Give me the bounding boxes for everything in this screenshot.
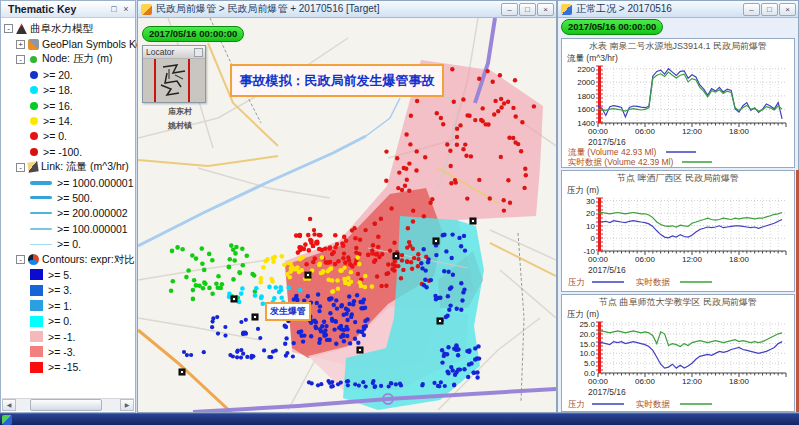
- network-node[interactable]: [502, 208, 506, 212]
- network-node[interactable]: [341, 334, 345, 338]
- network-node[interactable]: [232, 258, 237, 263]
- network-node[interactable]: [455, 127, 459, 131]
- network-node[interactable]: [373, 385, 377, 389]
- network-node[interactable]: [461, 97, 465, 101]
- network-node[interactable]: [214, 281, 219, 286]
- taskbar-app-icon[interactable]: [2, 415, 12, 425]
- network-node[interactable]: [400, 253, 404, 257]
- network-node[interactable]: [284, 354, 288, 358]
- network-node[interactable]: [493, 99, 497, 103]
- network-node[interactable]: [327, 297, 331, 301]
- network-node[interactable]: [448, 303, 452, 307]
- network-node[interactable]: [363, 306, 367, 310]
- locator-thumbnail[interactable]: [143, 59, 205, 102]
- network-node[interactable]: [492, 112, 496, 116]
- network-node[interactable]: [283, 324, 287, 328]
- network-node[interactable]: [318, 327, 322, 331]
- network-node[interactable]: [346, 308, 350, 312]
- network-node[interactable]: [370, 284, 375, 289]
- network-node[interactable]: [415, 99, 419, 103]
- network-node[interactable]: [234, 245, 239, 250]
- network-node[interactable]: [422, 283, 426, 287]
- network-node[interactable]: [293, 266, 298, 271]
- network-node[interactable]: [464, 154, 468, 158]
- minimize-button[interactable]: –: [743, 3, 760, 16]
- network-node[interactable]: [423, 155, 427, 159]
- network-node[interactable]: [424, 268, 428, 272]
- network-node[interactable]: [333, 262, 338, 267]
- network-node[interactable]: [350, 228, 354, 232]
- network-node[interactable]: [439, 116, 443, 120]
- horizontal-scrollbar[interactable]: ◀ ▶: [2, 398, 134, 411]
- network-node[interactable]: [239, 348, 243, 352]
- network-node[interactable]: [397, 170, 401, 174]
- network-node[interactable]: [353, 382, 357, 386]
- network-node[interactable]: [412, 256, 416, 260]
- network-node[interactable]: [223, 325, 227, 329]
- network-node[interactable]: [386, 271, 390, 275]
- network-node[interactable]: [358, 238, 363, 243]
- network-node[interactable]: [523, 167, 527, 171]
- network-node[interactable]: [499, 155, 503, 159]
- network-node[interactable]: [314, 320, 318, 324]
- network-node[interactable]: [312, 228, 316, 232]
- network-node[interactable]: [190, 253, 195, 258]
- network-node[interactable]: [309, 239, 314, 244]
- legend-item[interactable]: >= -15.: [4, 360, 135, 375]
- network-node[interactable]: [456, 347, 460, 351]
- network-node[interactable]: [363, 228, 367, 232]
- network-node[interactable]: [241, 332, 245, 336]
- network-node[interactable]: [376, 245, 381, 250]
- network-node[interactable]: [401, 268, 405, 272]
- network-node[interactable]: [272, 296, 277, 301]
- network-node[interactable]: [273, 255, 278, 260]
- network-node[interactable]: [245, 355, 249, 359]
- network-node[interactable]: [396, 186, 400, 190]
- network-node[interactable]: [186, 268, 191, 273]
- network-node[interactable]: [454, 343, 458, 347]
- network-node[interactable]: [269, 355, 273, 359]
- legend-item[interactable]: >= -100.: [4, 144, 135, 159]
- network-node[interactable]: [316, 292, 320, 296]
- network-node[interactable]: [409, 114, 413, 118]
- network-node[interactable]: [336, 382, 340, 386]
- network-node[interactable]: [514, 114, 518, 118]
- network-node[interactable]: [475, 375, 479, 379]
- network-node[interactable]: [338, 268, 343, 273]
- network-node[interactable]: [354, 250, 358, 254]
- scroll-left-arrow-icon[interactable]: ◀: [2, 399, 16, 411]
- chart-panel-flow[interactable]: 水表 南泉二号水源地JS3914.1 民政局前爆管流量 (m^3/hr)2200…: [561, 38, 795, 168]
- network-node[interactable]: [353, 320, 357, 324]
- network-node[interactable]: [341, 256, 346, 261]
- network-node[interactable]: [311, 260, 316, 265]
- restore-button[interactable]: □: [761, 3, 778, 16]
- network-node[interactable]: [355, 255, 360, 260]
- network-node[interactable]: [462, 367, 466, 371]
- network-node[interactable]: [508, 201, 512, 205]
- network-node[interactable]: [175, 245, 180, 250]
- network-node[interactable]: [457, 236, 461, 240]
- network-node[interactable]: [473, 118, 477, 122]
- network-node[interactable]: [347, 294, 351, 298]
- network-node[interactable]: [235, 350, 239, 354]
- network-node[interactable]: [384, 149, 388, 153]
- network-node[interactable]: [520, 120, 524, 124]
- network-node[interactable]: [379, 284, 383, 288]
- network-node[interactable]: [445, 142, 449, 146]
- network-node[interactable]: [411, 247, 415, 251]
- network-node[interactable]: [447, 308, 451, 312]
- network-node[interactable]: [259, 296, 264, 301]
- network-node[interactable]: [387, 384, 391, 388]
- locator-button-icon[interactable]: [194, 48, 203, 57]
- network-node[interactable]: [316, 383, 320, 387]
- network-node[interactable]: [314, 240, 319, 245]
- network-node[interactable]: [384, 179, 388, 183]
- network-node[interactable]: [379, 384, 383, 388]
- chart-panel-pressure-brewery[interactable]: 节点 啤酒厂西区 民政局前爆管压力 (m)3020100-1000:0006:0…: [561, 170, 795, 292]
- network-node[interactable]: [404, 167, 408, 171]
- network-node[interactable]: [465, 349, 469, 353]
- network-node[interactable]: [343, 260, 348, 265]
- network-node[interactable]: [356, 329, 360, 333]
- network-node[interactable]: [499, 105, 503, 109]
- network-node[interactable]: [289, 266, 294, 271]
